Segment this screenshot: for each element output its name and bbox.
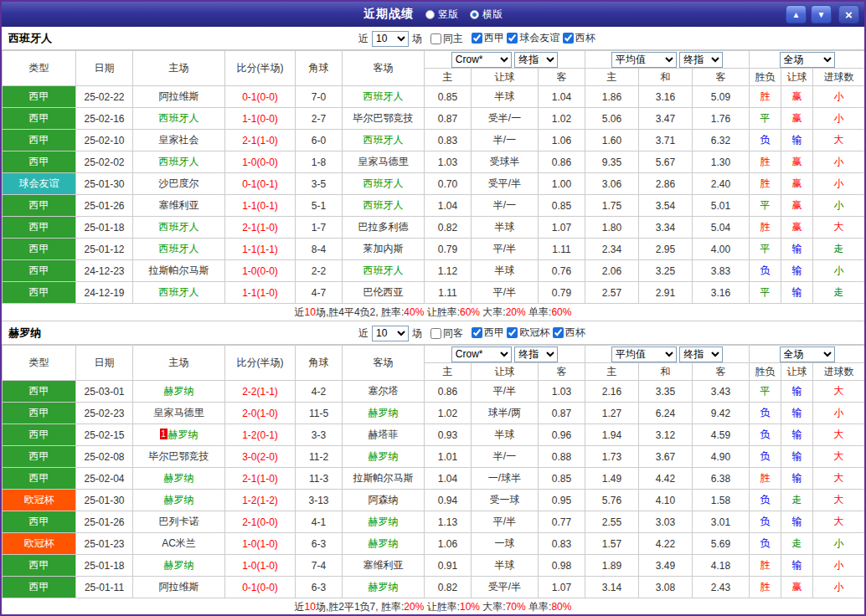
- checkbox-icon[interactable]: [472, 33, 482, 44]
- avg-away-odds-cell: 4.90: [693, 446, 750, 468]
- company-odds-header: Crow* 终指: [425, 346, 585, 363]
- company-away-odds-cell: 1.04: [539, 86, 585, 108]
- home-team-cell: 西班牙人: [133, 239, 225, 260]
- away-team-cell: 赫塔菲: [343, 424, 425, 446]
- result-cell: 平: [750, 239, 781, 260]
- avg-home-odds-cell: 1.94: [585, 424, 639, 446]
- date-cell: 25-01-11: [76, 577, 133, 598]
- avg-draw-odds-cell: 6.24: [639, 403, 693, 424]
- corners-cell: 4-7: [296, 282, 343, 304]
- summary-segment: 大率:: [480, 601, 506, 613]
- average-select[interactable]: 平均值: [611, 52, 677, 68]
- home-team-name: 赫罗纳: [164, 385, 194, 397]
- espanyol-section: 西班牙人 近 10 场 同主 西甲 球会友谊 西杯: [2, 27, 864, 321]
- scope-select[interactable]: 全场: [780, 346, 835, 362]
- away-team-name: 赫罗纳: [369, 450, 399, 462]
- summary-segment: 20%: [506, 306, 526, 318]
- col-score: 比分(半场): [225, 346, 296, 381]
- table-head: 类型 日期 主场 比分(半场) 角球 客场 Crow* 终指 平均值 终指: [3, 346, 865, 381]
- red-card-badge: 1: [160, 429, 168, 439]
- league-label: 球会友谊: [519, 31, 559, 45]
- close-button[interactable]: ×: [838, 5, 859, 23]
- col-odds-handicap: 让球: [472, 69, 539, 86]
- final-odds-select[interactable]: 终指: [679, 346, 723, 362]
- final-odds-select[interactable]: 终指: [679, 52, 723, 68]
- home-team-name: AC米兰: [162, 537, 196, 549]
- goals-result-cell: 小: [813, 260, 865, 282]
- avg-draw-odds-cell: 3.49: [639, 555, 693, 577]
- table-row: 欧冠杯 25-01-23 AC米兰 1-0(1-0) 6-3 赫罗纳 1.06 …: [3, 533, 865, 555]
- score-cell: 1-2(0-1): [225, 424, 296, 446]
- away-team-cell: 西班牙人: [343, 195, 425, 217]
- table-row: 西甲 24-12-19 西班牙人 1-1(1-0) 4-7 巴伦西亚 1.11 …: [3, 282, 865, 304]
- score-cell: 2-0(1-0): [225, 403, 296, 424]
- company-select[interactable]: Crow*: [451, 52, 512, 68]
- same-venue-label: 同客: [443, 326, 463, 341]
- same-venue-checkbox[interactable]: 同客: [430, 326, 463, 341]
- layout-radio-vertical[interactable]: 竖版: [425, 8, 458, 22]
- avg-draw-odds-cell: 3.67: [639, 446, 693, 468]
- checkbox-icon[interactable]: [563, 33, 574, 44]
- final-odds-select[interactable]: 终指: [514, 52, 558, 68]
- result-cell: 平: [750, 195, 781, 217]
- away-team-name: 巴拉多利德: [358, 221, 409, 233]
- company-home-odds-cell: 1.12: [425, 260, 472, 282]
- date-cell: 25-02-08: [76, 446, 133, 468]
- final-odds-select[interactable]: 终指: [514, 346, 558, 362]
- avg-draw-odds-cell: 3.03: [639, 511, 693, 533]
- checkbox-icon[interactable]: [430, 328, 441, 339]
- avg-draw-odds-cell: 3.12: [639, 424, 693, 446]
- average-select[interactable]: 平均值: [611, 346, 677, 362]
- date-cell: 25-03-01: [76, 381, 133, 403]
- company-select[interactable]: Crow*: [451, 346, 512, 362]
- company-away-odds-cell: 0.96: [539, 424, 585, 446]
- home-team-cell: 沙巴度尔: [133, 173, 225, 195]
- away-team-cell: 巴伦西亚: [343, 282, 425, 304]
- league-checkbox[interactable]: 西杯: [563, 31, 595, 45]
- checkbox-icon[interactable]: [472, 327, 482, 338]
- date-cell: 25-01-26: [76, 511, 133, 533]
- corners-cell: 6-3: [296, 577, 343, 598]
- away-team-name: 毕尔巴鄂竞技: [353, 112, 414, 124]
- league-checkbox[interactable]: 球会友谊: [507, 31, 559, 45]
- layout-radio-horizontal[interactable]: 横版: [470, 8, 503, 22]
- col-avg-away: 客: [693, 363, 750, 381]
- scroll-up-button[interactable]: ▲: [786, 5, 807, 23]
- home-team-name: 赫罗纳: [164, 494, 194, 506]
- home-team-cell: AC米兰: [133, 533, 225, 555]
- league-checkbox[interactable]: 西甲: [472, 31, 504, 45]
- home-team-cell: 赫罗纳: [133, 555, 225, 577]
- score-cell: 3-0(2-0): [225, 446, 296, 468]
- handicap-result-cell: 走: [781, 533, 813, 555]
- scroll-down-button[interactable]: ▼: [811, 5, 832, 23]
- league-checkbox[interactable]: 欧冠杯: [507, 326, 549, 340]
- away-team-name: 赫罗纳: [369, 516, 399, 527]
- team-name: 西班牙人: [2, 31, 52, 46]
- checkbox-icon[interactable]: [507, 33, 518, 44]
- summary-segment: 场,胜4平4负2, 胜率:: [316, 306, 404, 318]
- home-team-cell: 阿拉维斯: [133, 577, 225, 598]
- corners-cell: 6-3: [296, 533, 343, 555]
- handicap-result-cell: 输: [781, 555, 813, 577]
- recent-results-window: 近期战绩 竖版 横版 ▲ ▼ × 西班牙人 近 10 场 同主: [0, 0, 866, 616]
- avg-away-odds-cell: 4.59: [693, 424, 750, 446]
- company-odds-header: Crow* 终指: [425, 51, 585, 69]
- checkbox-icon[interactable]: [553, 327, 564, 338]
- checkbox-icon[interactable]: [430, 33, 441, 44]
- checkbox-icon[interactable]: [507, 327, 518, 338]
- scope-select[interactable]: 全场: [780, 52, 835, 68]
- league-cell: 西甲: [3, 260, 76, 282]
- recent-count-select[interactable]: 10: [372, 326, 409, 341]
- league-checkbox[interactable]: 西杯: [553, 326, 585, 340]
- avg-home-odds-cell: 3.14: [585, 577, 639, 598]
- col-result: 胜负: [750, 69, 781, 86]
- score-cell: 2-1(1-0): [225, 468, 296, 490]
- away-team-cell: 西班牙人: [343, 260, 425, 282]
- radio-unselected-icon: [425, 10, 435, 19]
- same-venue-checkbox[interactable]: 同主: [430, 32, 463, 46]
- league-checkbox[interactable]: 西甲: [472, 326, 504, 340]
- table-row: 西甲 25-01-18 赫罗纳 1-0(1-0) 7-4 塞维利亚 0.91 半…: [3, 555, 865, 577]
- company-away-odds-cell: 1.00: [539, 173, 585, 195]
- away-team-cell: 塞维利亚: [343, 555, 425, 577]
- recent-count-select[interactable]: 10: [372, 31, 409, 47]
